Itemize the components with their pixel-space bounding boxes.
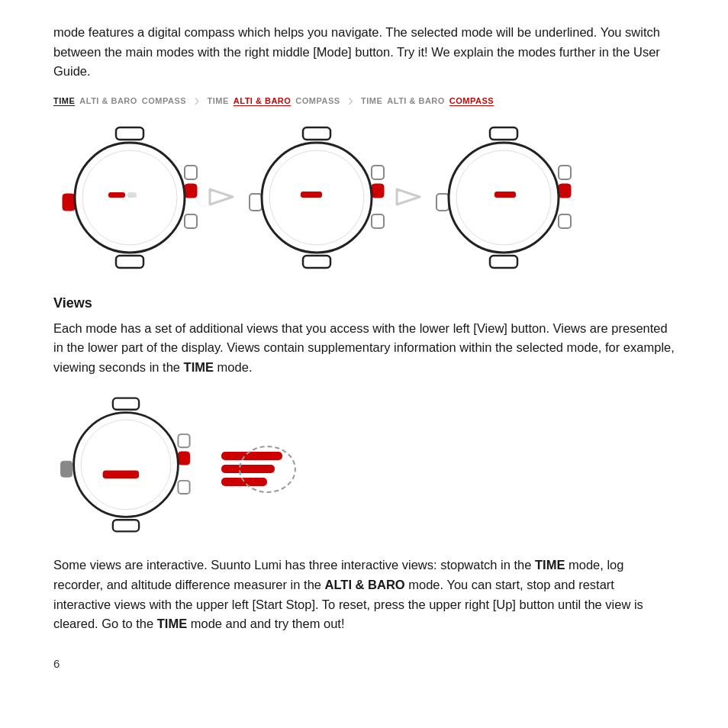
- mode-time-2: TIME: [208, 96, 229, 105]
- svg-rect-25: [559, 184, 571, 198]
- view-demo-row: [53, 392, 675, 537]
- watch-3-wrapper: [427, 121, 580, 274]
- svg-rect-26: [559, 214, 571, 228]
- svg-rect-3: [185, 166, 197, 179]
- mode-group-3: TIME ALTI & BARO COMPASS: [361, 96, 494, 105]
- svg-rect-1: [116, 256, 143, 268]
- svg-rect-14: [372, 166, 384, 179]
- svg-rect-23: [436, 194, 449, 211]
- watch-arrow-1: [206, 180, 240, 214]
- views-paragraph: Each mode has a set of additional views …: [53, 319, 675, 378]
- svg-rect-34: [178, 452, 189, 465]
- svg-rect-29: [494, 192, 516, 198]
- bottom-text-4: mode and and try them out!: [187, 617, 344, 630]
- mode-time-3: TIME: [361, 96, 382, 105]
- mode-group-1: TIME ALTI & BARO COMPASS: [53, 96, 186, 105]
- svg-rect-32: [61, 462, 72, 478]
- svg-rect-4: [185, 184, 197, 198]
- svg-rect-2: [63, 194, 75, 211]
- views-bold-time: TIME: [184, 360, 214, 374]
- svg-rect-35: [178, 481, 189, 494]
- svg-rect-24: [559, 166, 571, 179]
- svg-rect-9: [127, 192, 137, 198]
- svg-rect-0: [116, 127, 143, 140]
- svg-rect-5: [185, 214, 197, 228]
- views-text-end: mode.: [214, 360, 252, 374]
- page-number: 6: [53, 657, 675, 670]
- bottom-bold-altibaro: ALTI & BARO: [325, 578, 405, 591]
- svg-rect-8: [108, 192, 125, 198]
- svg-rect-16: [372, 214, 384, 228]
- svg-rect-11: [303, 127, 330, 140]
- bottom-bold-time2: TIME: [157, 617, 187, 630]
- svg-rect-19: [301, 192, 322, 198]
- watch-view-demo: [53, 392, 198, 537]
- watch-2: [240, 121, 393, 274]
- svg-rect-12: [303, 256, 330, 268]
- bottom-paragraph: Some views are interactive. Suunto Lumi …: [53, 556, 675, 633]
- svg-rect-30: [113, 398, 139, 410]
- svg-rect-21: [490, 127, 517, 140]
- views-title: Views: [53, 295, 675, 311]
- mode-group-2: TIME ALTI & BARO COMPASS: [208, 96, 340, 105]
- svg-rect-13: [250, 194, 262, 211]
- arrow-2: ›: [348, 91, 353, 111]
- svg-rect-38: [103, 471, 140, 478]
- watches-row: [53, 121, 675, 274]
- mode-compass-2: COMPASS: [295, 96, 340, 105]
- svg-rect-31: [113, 520, 139, 532]
- svg-rect-15: [372, 184, 384, 198]
- bottom-bold-time: TIME: [535, 558, 565, 572]
- watch-1-wrapper: [53, 121, 206, 274]
- svg-rect-33: [178, 434, 189, 447]
- modes-tabs-row: TIME ALTI & BARO COMPASS › TIME ALTI & B…: [53, 91, 675, 111]
- watch-2-wrapper: [240, 121, 393, 274]
- svg-point-37: [81, 420, 171, 510]
- watch-3: [427, 121, 580, 274]
- mode-time-1: TIME: [53, 96, 75, 105]
- watch-1: [53, 121, 206, 274]
- bottom-text-1: Some views are interactive. Suunto Lumi …: [53, 558, 535, 572]
- svg-marker-10: [210, 189, 233, 205]
- intro-paragraph: mode features a digital compass which he…: [53, 23, 675, 82]
- svg-marker-20: [397, 189, 420, 205]
- mode-altibaro-3: ALTI & BARO: [387, 96, 445, 105]
- views-text-start: Each mode has a set of additional views …: [53, 321, 675, 374]
- watch-arrow-2: [393, 180, 427, 214]
- mode-compass-1: COMPASS: [142, 96, 186, 105]
- mode-altibaro-1: ALTI & BARO: [79, 96, 137, 105]
- swipe-dashed-circle: [239, 446, 296, 493]
- swipe-animation: [221, 452, 282, 486]
- mode-altibaro-2: ALTI & BARO: [234, 96, 292, 105]
- svg-rect-22: [490, 256, 517, 268]
- arrow-1: ›: [194, 91, 199, 111]
- mode-compass-3: COMPASS: [449, 96, 494, 105]
